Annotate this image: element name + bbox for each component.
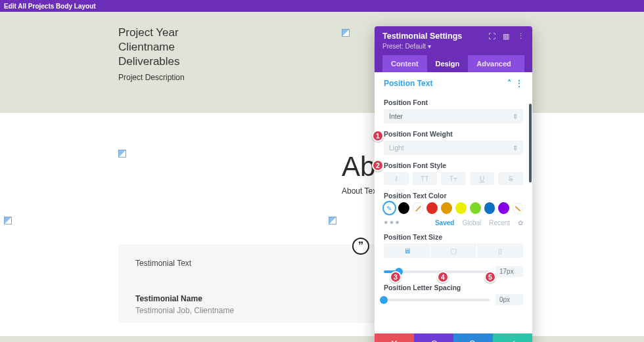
- device-desktop[interactable]: 🖥: [384, 244, 430, 258]
- canvas: Project Year Clientname Deliverables Pro…: [0, 12, 644, 342]
- scope-recent[interactable]: Recent: [489, 219, 510, 226]
- weight-value: Light: [389, 144, 404, 152]
- caret-icon: ⇳: [513, 144, 518, 152]
- chevron-up-icon[interactable]: ˄: [507, 79, 511, 88]
- color-row: ✎: [384, 202, 523, 214]
- broken-image-icon: [118, 150, 126, 158]
- color-swatch[interactable]: [441, 202, 452, 214]
- panel-header[interactable]: Testimonial Settings ⛶ ▥ ⋮ Preset: Defau…: [375, 26, 532, 72]
- settings-panel: Testimonial Settings ⛶ ▥ ⋮ Preset: Defau…: [375, 26, 532, 342]
- label-font: Position Font: [384, 98, 523, 106]
- annotation-badge-5: 5: [484, 271, 496, 283]
- font-value: Inter: [389, 112, 403, 120]
- label-spacing: Position Letter Spacing: [384, 284, 523, 291]
- panel-title: Testimonial Settings: [382, 32, 462, 41]
- cancel-button[interactable]: ✕: [375, 333, 414, 342]
- color-swatch[interactable]: [484, 202, 495, 214]
- broken-image-icon: [342, 29, 350, 37]
- project-deliverables: Deliverables: [118, 54, 185, 69]
- section-header[interactable]: Position Text ˄ ⋮: [384, 79, 523, 92]
- color-swatch[interactable]: [426, 202, 438, 214]
- annotation-badge-1: 1: [372, 130, 384, 142]
- label-weight: Position Font Weight: [384, 130, 523, 138]
- label-style: Position Font Style: [384, 161, 523, 169]
- annotation-badge-3: 3: [390, 271, 402, 283]
- strike-button[interactable]: S: [498, 172, 523, 185]
- redo-button[interactable]: ↷: [453, 333, 493, 342]
- tab-content[interactable]: Content: [382, 55, 427, 72]
- project-year: Project Year: [118, 26, 185, 40]
- panel-body: Position Text ˄ ⋮ Position Font Inter ⇳ …: [375, 72, 532, 333]
- color-scope-row: Saved Global Recent ✿: [384, 219, 523, 226]
- tab-advanced[interactable]: Advanced: [468, 55, 520, 72]
- scope-global[interactable]: Global: [462, 219, 481, 226]
- tab-design[interactable]: Design: [427, 55, 469, 72]
- white-section: About About Text Testimonial Text Testim…: [0, 113, 644, 336]
- broken-image-icon: [329, 217, 336, 224]
- scrollbar[interactable]: [529, 104, 532, 182]
- annotation-badge-2: 2: [372, 160, 384, 171]
- device-row: 🖥 ▢ ▯: [384, 244, 523, 258]
- expand-icon[interactable]: ⛶: [488, 32, 495, 40]
- uppercase-button[interactable]: TT: [413, 172, 438, 185]
- save-button[interactable]: ✓: [493, 333, 532, 342]
- color-swatch[interactable]: [398, 202, 409, 214]
- color-picker-button[interactable]: ✎: [384, 202, 395, 214]
- project-client: Clientname: [118, 40, 185, 54]
- size-slider-row: 17px: [384, 266, 523, 277]
- desktop-icon: 🖥: [403, 247, 411, 255]
- section-title: Position Text: [384, 79, 432, 88]
- label-size: Position Text Size: [384, 233, 523, 241]
- smallcaps-button[interactable]: Tᴛ: [441, 172, 466, 185]
- project-description: Project Description: [118, 73, 185, 82]
- undo-button[interactable]: ↶: [414, 333, 453, 342]
- underline-button[interactable]: U: [470, 172, 495, 185]
- slider-knob[interactable]: [380, 296, 388, 304]
- topbar-title: Edit All Projects Body Layout: [4, 3, 96, 10]
- scope-saved[interactable]: Saved: [435, 219, 454, 226]
- font-select[interactable]: Inter ⇳: [384, 109, 523, 123]
- broken-image-icon: [4, 217, 12, 224]
- spacing-slider[interactable]: [384, 299, 490, 301]
- phone-icon: ▯: [498, 247, 502, 255]
- color-swatch[interactable]: [470, 202, 481, 214]
- font-style-row: I TT Tᴛ U S: [384, 172, 523, 185]
- caret-icon: ⇳: [513, 113, 518, 120]
- color-swatch[interactable]: [455, 202, 467, 214]
- device-tablet[interactable]: ▢: [430, 244, 477, 258]
- spacing-value[interactable]: 0px: [495, 294, 523, 305]
- size-value[interactable]: 17px: [495, 266, 523, 277]
- section-more-icon[interactable]: ⋮: [515, 79, 523, 88]
- top-bar: Edit All Projects Body Layout: [0, 0, 644, 12]
- weight-select[interactable]: Light ⇳: [384, 140, 523, 155]
- label-color: Position Text Color: [384, 192, 523, 200]
- project-block: Project Year Clientname Deliverables Pro…: [118, 26, 185, 82]
- more-icon[interactable]: ⋮: [517, 32, 524, 40]
- italic-button[interactable]: I: [384, 172, 409, 185]
- preset-selector[interactable]: Preset: Default ▾: [382, 43, 524, 50]
- quote-icon: ”: [352, 238, 369, 255]
- columns-icon[interactable]: ▥: [502, 32, 510, 40]
- panel-footer: ✕ ↶ ↷ ✓: [375, 333, 532, 342]
- gear-icon[interactable]: ✿: [518, 219, 523, 226]
- about-text: About Text: [342, 186, 379, 196]
- color-swatch-none[interactable]: [513, 203, 523, 214]
- annotation-badge-4: 4: [437, 271, 449, 283]
- tablet-icon: ▢: [450, 247, 457, 255]
- color-swatch-white[interactable]: [413, 202, 424, 214]
- device-phone[interactable]: ▯: [477, 244, 523, 258]
- color-swatch[interactable]: [498, 202, 509, 214]
- spacing-slider-row: 0px: [384, 294, 523, 305]
- panel-tabs: Content Design Advanced: [382, 55, 524, 72]
